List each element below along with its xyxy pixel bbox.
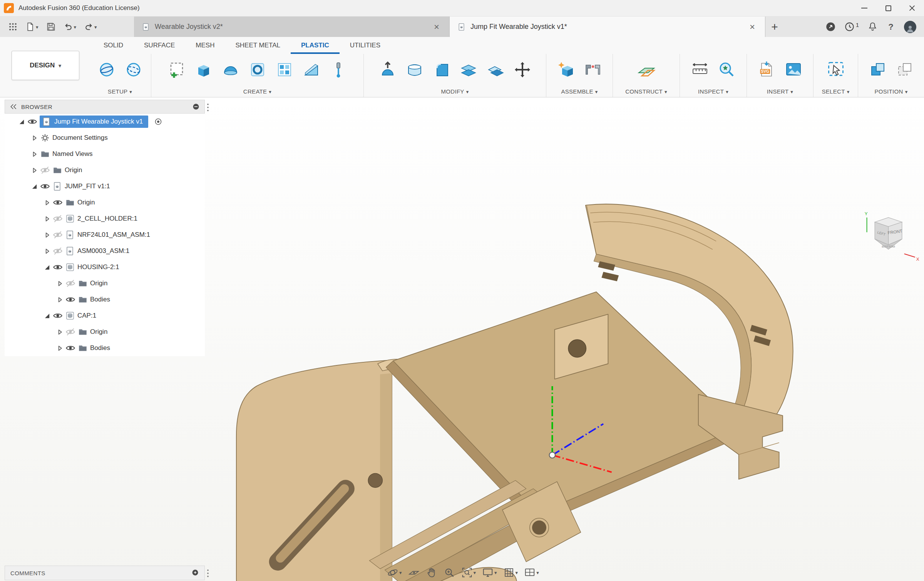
pan-button[interactable] [425,565,439,580]
browser-item-named-views[interactable]: Named Views [5,146,205,162]
insert-svg-button[interactable]: SVG [754,55,779,84]
extensions-icon[interactable] [825,22,836,32]
browser-item-root[interactable]: Jump Fit Wearable Joystick v1 [5,114,205,130]
ribbon-tab-plastic[interactable]: PLASTIC [291,37,340,54]
move-copy-button[interactable] [510,55,535,84]
user-avatar[interactable] [904,21,916,33]
visibility-eye-icon[interactable] [65,343,75,353]
collapse-panel-icon[interactable] [10,103,17,111]
shell-button[interactable] [402,55,427,84]
setup-tool-a-button[interactable] [94,55,119,84]
expand-arrow-icon[interactable] [44,264,50,271]
expand-arrow-icon[interactable] [44,216,50,222]
expand-arrow-icon[interactable] [31,151,38,157]
assemble-group-label[interactable]: ASSEMBLE [546,85,613,97]
visibility-eye-off-icon[interactable] [65,278,75,288]
ribbon-tab-solid[interactable]: SOLID [93,37,134,54]
view-cube[interactable]: Y X Z LEFT FRONT BOTTOM [858,208,920,265]
visibility-eye-icon[interactable] [53,198,63,208]
visibility-eye-off-icon[interactable] [53,246,63,256]
panel-drag-handle[interactable] [207,103,209,112]
visibility-eye-icon[interactable] [53,262,63,272]
tab-close-button[interactable] [747,22,757,32]
browser-item-asm0003[interactable]: ASM0003_ASM:1 [5,243,205,259]
expand-arrow-icon[interactable] [44,313,50,319]
visibility-eye-off-icon[interactable] [65,327,75,337]
thicken-button[interactable] [456,55,481,84]
browser-item-document-settings[interactable]: Document Settings [5,130,205,146]
modify-group-label[interactable]: MODIFY [364,85,546,97]
browser-item-origin[interactable]: Origin [5,162,205,178]
browser-item-cap[interactable]: CAP:1 [5,308,205,324]
expand-arrow-icon[interactable] [57,280,63,287]
position-group-label[interactable]: POSITION [858,85,924,97]
ribbon-tab-mesh[interactable]: MESH [185,37,225,54]
workspace-selector[interactable]: DESIGN [12,51,79,80]
add-comment-icon[interactable] [191,569,199,578]
section-analysis-button[interactable] [715,55,739,84]
help-button[interactable]: ? [886,22,896,32]
comments-drag-handle[interactable] [207,569,209,578]
browser-item-bodies[interactable]: Bodies [5,291,205,308]
insert-group-label[interactable]: INSERT [747,85,813,97]
expand-arrow-icon[interactable] [57,329,63,335]
job-status-button[interactable]: 1 [844,22,859,32]
close-button[interactable] [900,0,924,16]
orbit-button[interactable] [386,565,403,580]
expand-arrow-icon[interactable] [57,296,63,303]
visibility-eye-off-icon[interactable] [53,230,63,240]
browser-item-origin[interactable]: Origin [5,275,205,291]
minimize-button[interactable] [852,0,876,16]
zoom-button[interactable] [442,565,456,580]
expand-arrow-icon[interactable] [31,135,38,141]
create-sketch-button[interactable] [164,55,189,84]
visibility-eye-icon[interactable] [65,295,75,305]
construct-group-label[interactable]: CONSTRUCT [613,85,680,97]
fillet-button[interactable] [429,55,454,84]
ribbon-tab-sheet-metal[interactable]: SHEET METAL [225,37,291,54]
save-button[interactable] [44,19,59,35]
document-tab-inactive[interactable]: Wearable Joystick v2* [134,17,450,37]
expand-arrow-icon[interactable] [18,119,25,125]
expand-arrow-icon[interactable] [44,232,50,238]
visibility-eye-icon[interactable] [27,117,37,127]
notifications-bell-icon[interactable] [867,22,878,32]
decal-button[interactable] [781,55,806,84]
activate-radio-icon[interactable] [154,117,163,126]
select-group-label[interactable]: SELECT [814,85,858,97]
measure-button[interactable] [688,55,712,84]
joint-button[interactable] [581,55,605,84]
grid-snap-button[interactable] [502,565,519,580]
browser-item-origin[interactable]: Origin [5,324,205,340]
extrude-button[interactable] [191,55,216,84]
pin-tool-button[interactable] [326,55,351,84]
undo-button[interactable] [61,19,79,35]
expand-arrow-icon[interactable] [57,345,63,352]
browser-display-toggle[interactable] [192,103,200,111]
expand-arrow-icon[interactable] [44,199,50,206]
expand-arrow-icon[interactable] [44,248,50,255]
ribbon-tab-utilities[interactable]: UTILITIES [340,37,391,54]
ribbon-tab-surface[interactable]: SURFACE [134,37,185,54]
expand-arrow-icon[interactable] [31,183,38,190]
revolve-button[interactable] [218,55,243,84]
select-button[interactable] [824,55,848,84]
coil-button[interactable] [245,55,270,84]
browser-item-housing[interactable]: HOUSING-2:1 [5,259,205,275]
browser-item-cell-holder[interactable]: 2_CELL_HOLDER:1 [5,211,205,227]
setup-group-label[interactable]: SETUP [89,85,151,97]
fit-button[interactable] [460,565,477,580]
browser-item-origin[interactable]: Origin [5,194,205,211]
selected-item-highlight[interactable]: Jump Fit Wearable Joystick v1 [40,116,148,128]
new-tab-button[interactable] [765,17,784,37]
maximize-button[interactable] [876,0,900,16]
chamfer-button[interactable] [299,55,324,84]
browser-item-bodies[interactable]: Bodies [5,340,205,356]
browser-item-nrf24l01[interactable]: NRF24L01_ASM_ASM:1 [5,227,205,243]
revert-position-button[interactable] [892,55,917,84]
create-group-label[interactable]: CREATE [151,85,363,97]
capture-position-button[interactable] [865,55,890,84]
pattern-button[interactable] [272,55,297,84]
viewports-button[interactable] [523,565,540,580]
press-pull-button[interactable] [375,55,400,84]
